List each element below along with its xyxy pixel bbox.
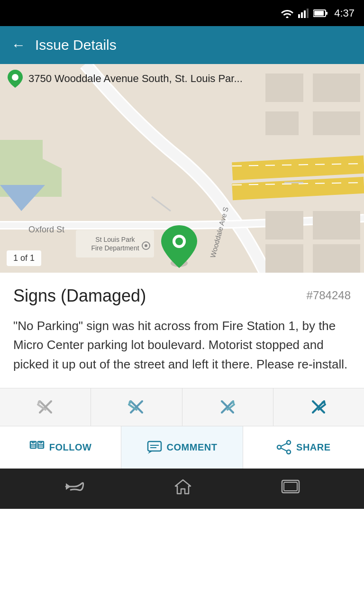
svg-rect-21 — [313, 211, 360, 239]
wrench-cross-icon-3 — [218, 397, 237, 416]
status-bar: 4:37 — [0, 0, 364, 26]
svg-marker-64 — [175, 480, 191, 494]
wrench-cross-icon-2 — [127, 397, 146, 416]
issue-number: #784248 — [307, 289, 351, 302]
map-background: Oxford St Wooddale Ave S St Louis Park F… — [0, 64, 364, 273]
svg-rect-22 — [265, 244, 303, 273]
svg-rect-50 — [40, 441, 42, 443]
svg-rect-3 — [307, 9, 309, 18]
svg-text:Oxford St: Oxford St — [28, 225, 64, 234]
svg-rect-6 — [326, 12, 328, 15]
svg-text:Fire Department: Fire Department — [91, 244, 139, 252]
address-bar: 3750 Wooddale Avenue South, St. Louis Pa… — [0, 70, 364, 88]
svg-line-62 — [281, 443, 287, 446]
nav-home-button[interactable] — [174, 478, 191, 498]
app-header: ← Issue Details — [0, 26, 364, 64]
share-icon — [276, 440, 291, 455]
action-bar: FOLLOW COMMENT SHARE — [0, 426, 364, 469]
nav-back-button[interactable] — [64, 479, 85, 497]
svg-rect-20 — [265, 211, 303, 239]
toolbar-icon-4[interactable] — [273, 388, 364, 426]
wrench-cross-icon-4 — [309, 397, 328, 416]
share-button[interactable]: SHARE — [243, 426, 364, 469]
issue-title: Signs (Damaged) — [13, 286, 146, 306]
svg-text:St Louis Park: St Louis Park — [95, 236, 135, 243]
svg-rect-48 — [32, 441, 34, 443]
follow-label: FOLLOW — [49, 442, 92, 453]
svg-rect-2 — [304, 10, 306, 18]
svg-point-60 — [277, 445, 281, 449]
svg-rect-19 — [313, 111, 360, 135]
toolbar-icon-2[interactable] — [91, 388, 182, 426]
location-pin-icon — [8, 70, 23, 88]
back-button[interactable]: ← — [11, 37, 26, 53]
issue-description: "No Parking" sign was hit across from Fi… — [13, 316, 351, 374]
status-time: 4:37 — [334, 7, 355, 19]
toolbar-icon-1[interactable] — [0, 388, 91, 426]
share-label: SHARE — [296, 442, 331, 453]
follow-button[interactable]: FOLLOW — [0, 426, 121, 469]
comment-icon — [147, 440, 162, 455]
wrench-cross-icon-1 — [36, 397, 55, 416]
follow-icon — [29, 440, 45, 455]
svg-point-59 — [287, 441, 291, 444]
comment-label: COMMENT — [167, 442, 218, 453]
address-text: 3750 Wooddale Avenue South, St. Louis Pa… — [28, 73, 243, 85]
svg-rect-23 — [313, 244, 360, 273]
svg-rect-1 — [301, 12, 303, 18]
svg-rect-55 — [148, 441, 161, 451]
nav-bar — [0, 469, 364, 509]
toolbar-icon-3[interactable] — [182, 388, 273, 426]
comment-button[interactable]: COMMENT — [121, 426, 243, 469]
svg-point-30 — [145, 244, 147, 247]
issue-header: Signs (Damaged) #784248 — [13, 286, 351, 306]
signal-icon — [298, 9, 309, 18]
svg-point-33 — [175, 238, 183, 245]
svg-rect-18 — [265, 111, 299, 135]
map-container[interactable]: Oxford St Wooddale Ave S St Louis Park F… — [0, 64, 364, 273]
battery-icon — [313, 9, 328, 18]
svg-line-63 — [281, 448, 287, 451]
wifi-icon — [281, 9, 293, 18]
issue-content: Signs (Damaged) #784248 "No Parking" sig… — [0, 273, 364, 388]
nav-recent-button[interactable] — [281, 479, 300, 497]
svg-point-34 — [12, 74, 18, 81]
map-counter: 1 of 1 — [7, 250, 41, 266]
svg-rect-5 — [314, 11, 324, 16]
svg-rect-0 — [298, 14, 300, 18]
page-title: Issue Details — [35, 37, 117, 53]
svg-rect-66 — [284, 482, 297, 491]
svg-point-61 — [287, 450, 291, 454]
toolbar-icons-row — [0, 388, 364, 426]
